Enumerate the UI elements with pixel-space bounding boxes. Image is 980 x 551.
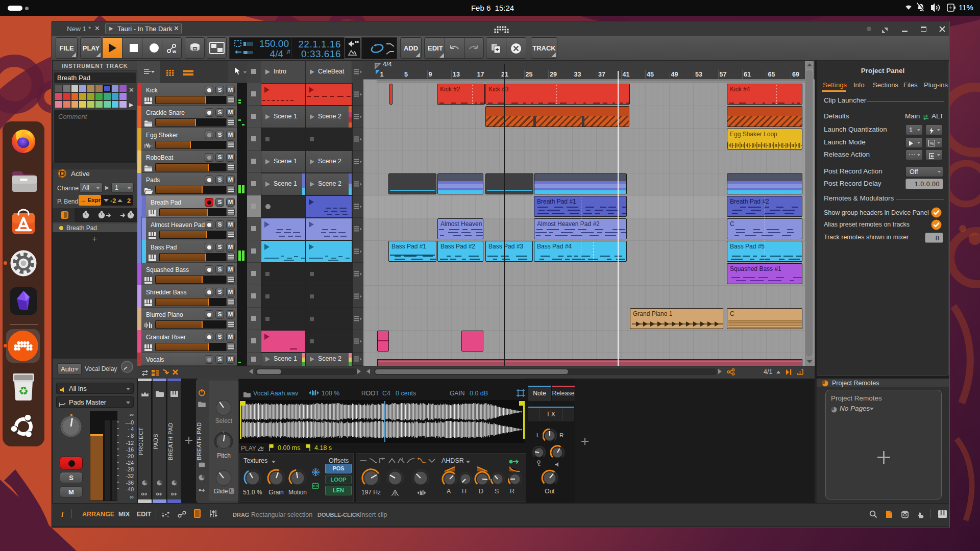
svg-text:♻: ♻ [18,385,29,397]
svg-text:R: R [261,446,264,450]
svg-text:11%: 11% [959,3,973,12]
svg-text:w: w [172,49,177,54]
